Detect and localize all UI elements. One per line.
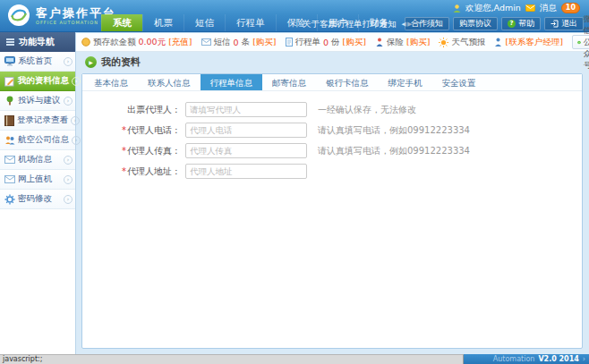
wechat-icon [577, 38, 581, 47]
sidebar-item-online-checkin[interactable]: 网上值机 › [0, 170, 75, 190]
buy-sms-link[interactable]: [购买] [252, 37, 276, 48]
cooperation-notice-button[interactable]: 合作须知 [405, 17, 449, 30]
insurance-person-icon [375, 38, 384, 47]
sidebar-item-change-password[interactable]: 密码修改 › [0, 190, 75, 209]
mail-icon [4, 156, 15, 164]
agent-fax-label: *代理人传真： [82, 145, 181, 157]
nav-item-itinerary[interactable]: 行程单 [225, 14, 276, 31]
notice-bar: 关于客票行程单打印通知 ◀▶ [303, 17, 413, 31]
itinerary-count: 0 [323, 38, 329, 47]
contact-manager-link[interactable]: [联系客户经理] [505, 37, 562, 48]
chevron-right-icon: › [72, 136, 81, 145]
tab-contact-info[interactable]: 联系人信息 [138, 74, 201, 90]
logout-icon [551, 20, 559, 28]
toolbar-right-buttons: 微信公众号 QQ客户 [572, 35, 589, 49]
agent-fax-input[interactable] [185, 143, 307, 158]
sidebar-item-airports[interactable]: 机场信息 › [0, 150, 75, 170]
insurance-group: 保险[购买] [375, 37, 430, 48]
monitor-icon [4, 56, 15, 66]
nav-item-system[interactable]: 系统 [101, 14, 142, 31]
sidebar-item-login-records[interactable]: 登录记录查看 › [0, 111, 75, 131]
profile-panel: 基本信息 联系人信息 行程单信息 邮寄信息 银行卡信息 绑定手机 安全设置 出票… [81, 73, 583, 349]
logo-swirl-icon [7, 4, 30, 27]
agent-name-hint: 一经确认保存，无法修改 [318, 104, 416, 116]
header-user-area: 欢迎您,Admin 消息 10 [453, 2, 580, 14]
itinerary-group: 行程单 0 份[购买] [286, 37, 366, 48]
logout-button[interactable]: 退出 [544, 17, 584, 30]
agent-phone-input[interactable] [185, 123, 307, 138]
app-header: 客户操作平台 OFFICE AUTOMATION SYSTEM 欢迎您,Admi… [0, 0, 589, 32]
tab-itinerary-info[interactable]: 行程单信息 [201, 74, 263, 90]
sidebar-item-home[interactable]: 系统首页 › [0, 52, 75, 72]
weather-group: 天气预报 [439, 37, 485, 48]
manager-group: [联系客户经理] [494, 37, 562, 48]
tab-security-settings[interactable]: 安全设置 [432, 74, 486, 90]
chevron-right-icon: › [64, 195, 73, 204]
chevron-right-icon: › [64, 57, 73, 66]
page-title: 我的资料 [101, 55, 141, 69]
required-asterisk: * [122, 125, 126, 135]
header-buttons: 合作须知 购票协议 ? 帮助 退出 [405, 17, 584, 30]
nav-item-sms[interactable]: 短信 [184, 14, 225, 31]
footer-arrow-icon: › [583, 354, 585, 364]
section-play-icon: ▶ [85, 56, 97, 68]
book-icon [4, 115, 14, 126]
agent-phone-hint: 请认真填写电话，例如09912223334 [318, 124, 470, 137]
user-icon [453, 4, 461, 13]
nav-item-tickets[interactable]: 机票 [142, 14, 184, 31]
ticket-agreement-button[interactable]: 购票协议 [453, 17, 498, 30]
welcome-text: 欢迎您,Admin [465, 3, 521, 14]
sms-group: 短信 0 条[购买] [201, 37, 277, 48]
sun-icon [439, 38, 448, 47]
agent-address-input[interactable] [185, 164, 307, 179]
agent-name-input[interactable] [185, 102, 307, 117]
message-link[interactable]: 消息 [540, 3, 557, 14]
wechat-button[interactable]: 微信公众号 [572, 35, 589, 49]
coin-icon [81, 38, 90, 47]
chevron-right-icon: › [71, 116, 80, 125]
page-title-row: ▶ 我的资料 [85, 55, 141, 69]
sidebar: 功能导航 系统首页 › 我的资料信息 › 投诉与建议 › 登录记录查 [0, 32, 76, 354]
sidebar-header: 功能导航 [0, 32, 75, 52]
profile-tabs: 基本信息 联系人信息 行程单信息 邮寄信息 银行卡信息 绑定手机 安全设置 [82, 74, 582, 91]
tab-bank-card-info[interactable]: 银行卡信息 [316, 74, 379, 90]
help-icon: ? [508, 20, 516, 28]
agent-phone-label: *代理人电话： [82, 124, 181, 137]
browser-status-tooltip: javascript:; [0, 354, 464, 364]
message-count-badge[interactable]: 10 [561, 3, 580, 13]
sms-count: 0 [234, 38, 239, 47]
form-row-agent-address: *代理人地址： [82, 161, 582, 182]
tree-icon [4, 96, 15, 106]
chevron-right-icon: › [64, 97, 73, 106]
chevron-right-icon: › [64, 175, 73, 184]
manager-person-icon [494, 38, 502, 47]
tab-basic-info[interactable]: 基本信息 [84, 74, 138, 90]
buy-itinerary-link[interactable]: [购买] [343, 37, 366, 48]
message-icon[interactable] [525, 4, 535, 12]
edit-icon [4, 76, 15, 87]
sidebar-item-my-profile[interactable]: 我的资料信息 › [0, 72, 75, 91]
form-row-agent-phone: *代理人电话： 请认真填写电话，例如09912223334 [82, 120, 582, 140]
sidebar-item-airlines[interactable]: 航空公司信息 › [0, 131, 75, 150]
gear-icon [4, 194, 15, 205]
itinerary-agent-form: 出票代理人： 一经确认保存，无法修改 *代理人电话： 请认真填写电话，例如099… [82, 91, 582, 182]
footer-version: Automation V2.0 2014 › [493, 354, 585, 364]
sidebar-item-feedback[interactable]: 投诉与建议 › [0, 91, 75, 111]
chevron-right-icon: › [64, 156, 73, 165]
recharge-link[interactable]: [充值] [168, 37, 192, 48]
deposit-group: 预存款金额 0.00元 [充值] [81, 37, 192, 48]
weather-link[interactable]: 天气预报 [451, 37, 485, 48]
notice-link[interactable]: 关于客票行程单打印通知 [303, 19, 397, 30]
buy-insurance-link[interactable]: [购买] [406, 37, 430, 48]
deposit-value: 0.00元 [139, 37, 166, 48]
chevron-right-icon: › [72, 77, 81, 86]
help-button[interactable]: ? 帮助 [501, 17, 541, 30]
users-icon [4, 135, 15, 145]
tab-mailing-info[interactable]: 邮寄信息 [262, 74, 316, 90]
required-asterisk: * [122, 166, 126, 176]
agent-fax-hint: 请认真填写电话，例如09912223334 [318, 145, 470, 157]
form-row-agent-fax: *代理人传真： 请认真填写电话，例如09912223334 [82, 140, 582, 161]
agent-address-label: *代理人地址： [82, 165, 181, 178]
account-toolbar: 预存款金额 0.00元 [充值] 短信 0 条[购买] 行程单 0 份[购买] … [76, 32, 589, 52]
tab-bind-phone[interactable]: 绑定手机 [379, 74, 432, 90]
